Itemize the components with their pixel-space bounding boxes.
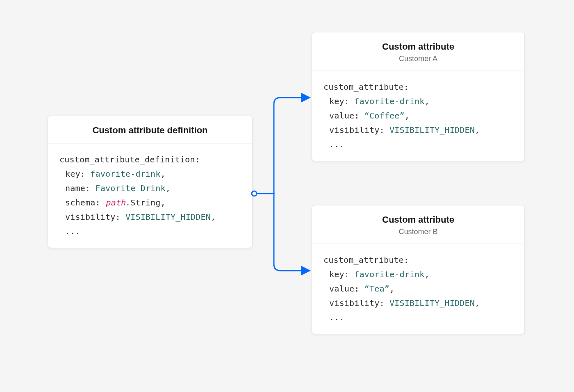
definition-card: Custom attribute definition custom_attri… bbox=[48, 116, 253, 248]
comma: , bbox=[425, 269, 430, 279]
code-block: custom_attribute: key: favorite-drink, v… bbox=[312, 71, 524, 161]
code-block: custom_attribute_definition: key: favori… bbox=[48, 144, 252, 248]
code-schema-path: path bbox=[105, 198, 125, 207]
code-root: custom_attribute: bbox=[323, 255, 409, 265]
code-visibility-label: visibility: bbox=[329, 298, 385, 308]
comma: , bbox=[161, 169, 166, 179]
comma: , bbox=[475, 125, 480, 135]
attribute-card-b: Custom attribute Customer B custom_attri… bbox=[312, 205, 525, 334]
code-key-value: favorite-drink bbox=[90, 169, 160, 179]
code-block: custom_attribute: key: favorite-drink, v… bbox=[312, 244, 524, 334]
code-name-label: name: bbox=[65, 183, 90, 193]
comma: , bbox=[211, 212, 216, 222]
code-root: custom_attribute_definition: bbox=[59, 155, 200, 164]
code-key-label: key: bbox=[65, 169, 85, 179]
code-schema-type: .String bbox=[125, 198, 161, 207]
card-subtitle: Customer B bbox=[322, 228, 515, 236]
code-visibility-value: VISIBILITY_HIDDEN bbox=[390, 298, 475, 308]
code-dots: ... bbox=[59, 224, 241, 239]
code-dots: ... bbox=[323, 137, 513, 152]
code-schema-label: schema: bbox=[65, 198, 100, 207]
code-dots: ... bbox=[323, 310, 513, 325]
code-key-label: key: bbox=[329, 269, 349, 279]
code-visibility-label: visibility: bbox=[65, 212, 121, 222]
card-header: Custom attribute definition bbox=[48, 116, 252, 144]
code-value-value: “Coffee” bbox=[364, 111, 405, 121]
card-title: Custom attribute bbox=[322, 41, 515, 52]
code-value-label: value: bbox=[329, 284, 359, 294]
card-header: Custom attribute Customer A bbox=[312, 32, 524, 71]
code-name-value: Favorite Drink bbox=[95, 183, 165, 193]
code-value-value: “Tea” bbox=[364, 284, 390, 294]
attribute-card-a: Custom attribute Customer A custom_attri… bbox=[312, 32, 525, 161]
code-key-value: favorite-drink bbox=[354, 96, 424, 106]
card-title: Custom attribute definition bbox=[58, 125, 242, 136]
comma: , bbox=[425, 96, 430, 106]
code-key-value: favorite-drink bbox=[354, 269, 424, 279]
comma: , bbox=[405, 111, 410, 121]
comma: , bbox=[161, 198, 166, 207]
code-root: custom_attribute: bbox=[323, 82, 409, 92]
code-visibility-value: VISIBILITY_HIDDEN bbox=[125, 212, 211, 222]
card-subtitle: Customer A bbox=[322, 55, 515, 63]
card-header: Custom attribute Customer B bbox=[312, 205, 524, 244]
code-visibility-label: visibility: bbox=[329, 125, 385, 135]
comma: , bbox=[475, 298, 480, 308]
card-title: Custom attribute bbox=[322, 214, 515, 225]
comma: , bbox=[390, 284, 394, 294]
code-key-label: key: bbox=[329, 96, 349, 106]
code-value-label: value: bbox=[329, 111, 359, 121]
code-visibility-value: VISIBILITY_HIDDEN bbox=[390, 125, 475, 135]
comma: , bbox=[166, 183, 171, 193]
